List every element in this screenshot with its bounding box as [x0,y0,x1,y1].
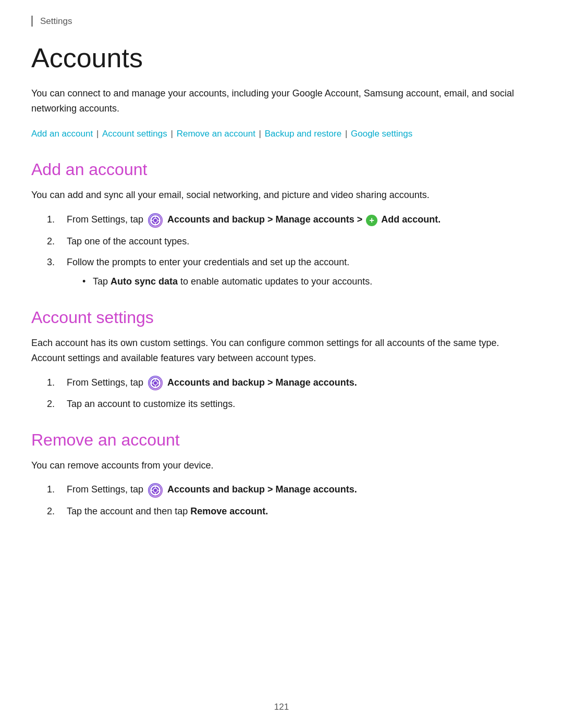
auto-sync-bold: Auto sync data [111,276,178,287]
step-1-bold-1: Accounts and backup > Manage accounts > [167,214,365,225]
section-remove-account-intro: You can remove accounts from your device… [31,458,532,473]
section-account-settings-title: Account settings [31,308,532,327]
list-item: From Settings, tap Accounts and backup >… [42,375,532,390]
bullet-text: Tap Auto sync data to enable automatic u… [93,276,372,287]
page-container: Settings Accounts You can connect to and… [0,0,563,728]
list-item: From Settings, tap Accounts and backup [42,212,532,227]
list-item: Tap Auto sync data to enable automatic u… [82,274,532,289]
step-1-content: From Settings, tap Accounts and backup >… [67,375,532,390]
list-item: Tap an account to customize its settings… [42,397,532,412]
settings-accounts-icon-1 [148,213,163,228]
section-add-account-steps: From Settings, tap Accounts and backup [42,212,532,289]
page-intro: You can connect to and manage your accou… [31,86,532,116]
section-account-settings-steps: From Settings, tap Accounts and backup >… [42,375,532,412]
step-2-text: Tap the account and then tap [67,506,190,516]
add-account-link[interactable]: Add an account [31,129,93,139]
step-1-content: From Settings, tap Accounts and backup >… [67,482,532,497]
section-remove-account-steps: From Settings, tap Accounts and backup >… [42,482,532,519]
settings-accounts-icon-3 [148,483,163,498]
remove-account-link[interactable]: Remove an account [177,129,255,139]
section-remove-account: Remove an account You can remove account… [31,430,532,519]
bullet-list: Tap Auto sync data to enable automatic u… [82,274,532,289]
svg-point-12 [151,486,160,495]
step-text: From Settings, tap [67,377,146,388]
nav-links: Add an account | Account settings | Remo… [31,127,532,142]
section-account-settings-intro: Each account has its own custom settings… [31,336,532,366]
account-settings-link[interactable]: Account settings [102,129,167,139]
step-1-bold-2: Add account. [381,214,440,225]
step-3-text: Follow the prompts to enter your credent… [67,257,349,267]
page-number: 121 [0,702,563,712]
section-add-account-title: Add an account [31,160,532,179]
backup-restore-link[interactable]: Backup and restore [265,129,341,139]
step-bold: Accounts and backup > Manage accounts. [167,377,357,388]
google-settings-link[interactable]: Google settings [351,129,412,139]
breadcrumb-text: Settings [40,16,72,26]
svg-point-0 [151,216,160,225]
section-add-account: Add an account You can add and sync all … [31,160,532,289]
step-2-content: Tap the account and then tap Remove acco… [67,504,532,519]
step-3-content: Follow the prompts to enter your credent… [67,255,532,289]
step-1-text: From Settings, tap [67,214,146,225]
settings-accounts-icon-2 [148,376,163,390]
page-title: Accounts [31,42,532,73]
section-add-account-intro: You can add and sync all your email, soc… [31,188,532,203]
add-account-plus-icon [366,215,377,226]
svg-point-13 [153,488,157,492]
step-text: From Settings, tap [67,484,146,495]
list-item: Tap one of the account types. [42,234,532,249]
step-2-content: Tap an account to customize its settings… [67,397,532,412]
step-bold: Accounts and backup > Manage accounts. [167,484,357,495]
list-item: Tap the account and then tap Remove acco… [42,504,532,519]
section-remove-account-title: Remove an account [31,430,532,450]
svg-point-7 [153,381,157,385]
breadcrumb: Settings [31,16,532,27]
svg-point-1 [153,218,157,223]
section-account-settings: Account settings Each account has its ow… [31,308,532,412]
list-item: Follow the prompts to enter your credent… [42,255,532,289]
step-2-content: Tap one of the account types. [67,234,532,249]
step-1-content: From Settings, tap Accounts and backup [67,212,532,227]
svg-point-6 [151,379,160,387]
list-item: From Settings, tap Accounts and backup >… [42,482,532,497]
step-2-bold: Remove account. [190,506,268,516]
